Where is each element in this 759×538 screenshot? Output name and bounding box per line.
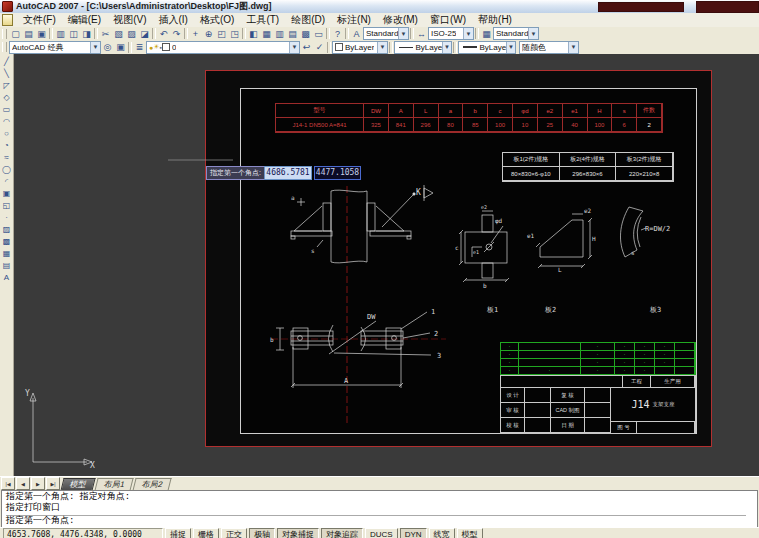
toolbar-grip[interactable] xyxy=(2,42,7,52)
command-window[interactable]: 指定第一个角点: 指定对角点: 指定打印窗口 指定第一个角点: xyxy=(1,490,758,528)
redo-icon[interactable]: ↷ xyxy=(170,28,183,40)
arc-icon[interactable]: ◠ xyxy=(0,115,13,127)
status-toggle-对象追踪[interactable]: 对象追踪 xyxy=(321,528,363,538)
lineweight-dropdown[interactable]: ByLayer ▼ xyxy=(458,41,516,54)
quickcalc-icon[interactable]: ▭ xyxy=(312,28,325,40)
status-toggle-栅格[interactable]: 栅格 xyxy=(193,528,219,538)
menu-edit[interactable]: 编辑(E) xyxy=(62,13,107,27)
zoom-window-icon[interactable]: ◰ xyxy=(215,28,228,40)
make-block-icon[interactable]: ◱ xyxy=(0,199,13,211)
point-icon[interactable]: · xyxy=(0,211,13,223)
layer-previous-icon[interactable]: ↩ xyxy=(300,41,313,53)
chevron-down-icon[interactable]: ▼ xyxy=(528,28,538,39)
rectangle-icon[interactable]: ▭ xyxy=(0,103,13,115)
designcenter-icon[interactable]: ▦ xyxy=(260,28,273,40)
insert-block-icon[interactable]: ▣ xyxy=(0,187,13,199)
workspace-save-icon[interactable]: ▣ xyxy=(114,41,127,53)
open-icon[interactable]: ▤ xyxy=(22,28,35,40)
zoom-realtime-icon[interactable]: ⊕ xyxy=(202,28,215,40)
polyline-icon[interactable]: ◸ xyxy=(0,79,13,91)
plot-style-dropdown[interactable]: 随颜色 ▼ xyxy=(519,41,579,54)
ellipse-icon[interactable]: ◯ xyxy=(0,163,13,175)
menu-format[interactable]: 格式(O) xyxy=(194,13,240,27)
pan-icon[interactable]: + xyxy=(189,28,202,40)
status-toggle-极轴[interactable]: 极轴 xyxy=(249,528,275,538)
cut-icon[interactable]: ✂ xyxy=(99,28,112,40)
menu-dimension[interactable]: 标注(N) xyxy=(331,13,377,27)
command-prompt[interactable]: 指定第一个角点: xyxy=(6,516,746,527)
prev-tab-button[interactable]: ◀ xyxy=(16,477,30,490)
properties-icon[interactable]: ◧ xyxy=(247,28,260,40)
menu-insert[interactable]: 插入(I) xyxy=(152,13,193,27)
menu-draw[interactable]: 绘图(D) xyxy=(285,13,331,27)
menu-view[interactable]: 视图(V) xyxy=(107,13,152,27)
plot-icon[interactable]: ▥ xyxy=(54,28,67,40)
text-style-icon[interactable]: A xyxy=(350,28,363,40)
chevron-down-icon[interactable]: ▼ xyxy=(398,28,408,39)
copy-icon[interactable]: ▧ xyxy=(112,28,125,40)
hatch-icon[interactable]: ▨ xyxy=(0,223,13,235)
plot-preview-icon[interactable]: ◫ xyxy=(67,28,80,40)
chevron-down-icon[interactable]: ▼ xyxy=(463,28,473,39)
tool-palettes-icon[interactable]: ▥ xyxy=(273,28,286,40)
dynamic-input-y-field[interactable]: 4477.1058 xyxy=(314,166,361,180)
multiline-text-icon[interactable]: A xyxy=(0,271,13,283)
layer-dropdown[interactable]: ● ☀ ▪ 0 ▼ xyxy=(146,41,300,54)
chevron-down-icon[interactable]: ▼ xyxy=(90,42,100,53)
status-toggle-捕捉[interactable]: 捕捉 xyxy=(165,528,191,538)
text-style-dropdown[interactable]: Standard ▼ xyxy=(363,27,409,40)
dim-style-dropdown[interactable]: ISO-25 ▼ xyxy=(428,27,474,40)
status-toggle-线宽[interactable]: 线宽 xyxy=(429,528,455,538)
document-icon[interactable] xyxy=(2,14,13,26)
help-icon[interactable]: ? xyxy=(331,28,344,40)
menu-window[interactable]: 窗口(W) xyxy=(424,13,472,27)
construction-line-icon[interactable]: ╲ xyxy=(0,67,13,79)
save-icon[interactable]: ▣ xyxy=(35,28,48,40)
match-properties-icon[interactable]: ◪ xyxy=(138,28,151,40)
gradient-icon[interactable]: ▩ xyxy=(0,235,13,247)
new-icon[interactable]: ▢ xyxy=(9,28,22,40)
spline-icon[interactable]: ≈ xyxy=(0,151,13,163)
chevron-down-icon[interactable]: ▼ xyxy=(289,42,299,53)
menu-file[interactable]: 文件(F) xyxy=(17,13,62,27)
region-icon[interactable]: ▦ xyxy=(0,247,13,259)
chevron-down-icon[interactable]: ▼ xyxy=(377,42,387,53)
circle-icon[interactable]: ○ xyxy=(0,127,13,139)
paste-icon[interactable]: ▨ xyxy=(125,28,138,40)
undo-icon[interactable]: ↶ xyxy=(157,28,170,40)
menu-help[interactable]: 帮助(H) xyxy=(472,13,518,27)
status-toggle-DYN[interactable]: DYN xyxy=(400,528,427,538)
toolbar-grip[interactable] xyxy=(2,29,7,39)
chevron-down-icon[interactable]: ▼ xyxy=(568,42,578,53)
status-toggle-模型[interactable]: 模型 xyxy=(457,528,483,538)
menu-modify[interactable]: 修改(M) xyxy=(377,13,424,27)
publish-icon[interactable]: ◨ xyxy=(80,28,93,40)
sheetset-manager-icon[interactable]: ▤ xyxy=(286,28,299,40)
make-object-layer-current-icon[interactable]: ✓ xyxy=(313,41,326,53)
workspace-dropdown[interactable]: AutoCAD 经典 ▼ xyxy=(9,41,101,54)
chevron-down-icon[interactable]: ▼ xyxy=(506,42,515,53)
workspace-settings-icon[interactable]: ◎ xyxy=(101,41,114,53)
zoom-previous-icon[interactable]: ◳ xyxy=(228,28,241,40)
table-icon[interactable]: ▤ xyxy=(0,259,13,271)
color-dropdown[interactable]: ByLayer ▼ xyxy=(332,41,388,54)
markup-set-manager-icon[interactable]: ▩ xyxy=(299,28,312,40)
last-tab-button[interactable]: ▶| xyxy=(46,477,60,490)
linetype-dropdown[interactable]: ByLayer ▼ xyxy=(394,41,452,54)
dynamic-input-x-field[interactable]: 4686.5781 xyxy=(264,166,312,180)
coordinate-readout[interactable]: 4653.7608, 4476.4348, 0.0000 xyxy=(3,528,163,538)
title-bar[interactable]: AutoCAD 2007 - [C:\Users\Administrator\D… xyxy=(0,0,759,14)
dim-style-icon[interactable]: ↔ xyxy=(415,28,428,40)
menu-tools[interactable]: 工具(T) xyxy=(240,13,285,27)
table-style-dropdown[interactable]: Standard ▼ xyxy=(493,27,539,40)
revision-cloud-icon[interactable]: ◔ xyxy=(0,139,13,151)
first-tab-button[interactable]: |◀ xyxy=(1,477,15,490)
chevron-down-icon[interactable]: ▼ xyxy=(442,42,451,53)
status-toggle-正交[interactable]: 正交 xyxy=(221,528,247,538)
polygon-icon[interactable]: ◇ xyxy=(0,91,13,103)
status-toggle-DUCS[interactable]: DUCS xyxy=(365,528,398,538)
line-icon[interactable]: ╱ xyxy=(0,55,13,67)
table-style-icon[interactable]: ▦ xyxy=(480,28,493,40)
status-toggle-对象捕捉[interactable]: 对象捕捉 xyxy=(277,528,319,538)
layer-properties-icon[interactable]: ≣ xyxy=(133,41,146,53)
